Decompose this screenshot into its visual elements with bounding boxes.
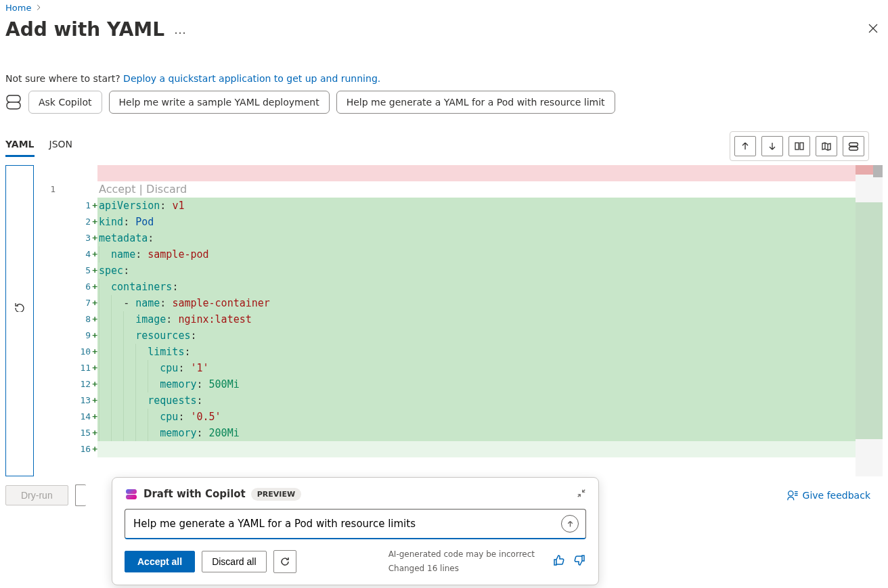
change-summary: Changed 16 lines: [388, 562, 535, 575]
ai-disclaimer: AI-generated code may be incorrect: [388, 547, 535, 561]
svg-point-2: [788, 491, 793, 496]
dry-run-button[interactable]: Dry-run: [5, 485, 68, 505]
thumbs-down-icon[interactable]: [573, 553, 586, 569]
regenerate-button[interactable]: [273, 550, 296, 573]
copilot-card-title: Draft with Copilot: [143, 488, 246, 500]
minimap[interactable]: [856, 165, 883, 476]
svg-rect-1: [800, 143, 803, 150]
give-feedback-link[interactable]: Give feedback: [786, 489, 870, 501]
upload-button[interactable]: [734, 136, 756, 156]
truncated-button[interactable]: [75, 484, 86, 506]
suggestion-2[interactable]: Help me generate a YAML for a Pod with r…: [336, 91, 615, 114]
collapse-icon[interactable]: [577, 489, 586, 500]
accept-all-button[interactable]: Accept all: [125, 551, 195, 572]
code-editor[interactable]: 1Accept | Discard1+apiVersion: v12+kind:…: [34, 165, 856, 476]
give-feedback-label: Give feedback: [803, 490, 870, 501]
svg-rect-0: [795, 143, 799, 150]
copilot-icon: [5, 93, 22, 112]
map-view-button[interactable]: [816, 136, 837, 156]
breadcrumb-home[interactable]: Home: [5, 3, 31, 13]
suggestion-1[interactable]: Help me write a sample YAML deployment: [109, 91, 330, 114]
copilot-draft-card: Draft with Copilot PREVIEW Accept all Di…: [112, 477, 599, 585]
send-button[interactable]: [561, 515, 579, 533]
editor-toolbar: [730, 131, 869, 161]
side-by-side-button[interactable]: [789, 136, 810, 156]
tab-yaml[interactable]: YAML: [5, 136, 35, 157]
copilot-prompt-input[interactable]: [132, 517, 556, 530]
ask-copilot-button[interactable]: Ask Copilot: [28, 91, 102, 114]
help-line: Not sure where to start? Deploy a quicks…: [5, 73, 883, 84]
discard-all-button[interactable]: Discard all: [202, 551, 266, 572]
download-button[interactable]: [761, 136, 783, 156]
thumbs-up-icon[interactable]: [552, 553, 566, 569]
editor-left-gutter: [5, 165, 34, 476]
close-button[interactable]: [864, 18, 883, 41]
breadcrumb: Home: [5, 3, 883, 13]
quickstart-link[interactable]: Deploy a quickstart application to get u…: [123, 73, 380, 84]
more-button[interactable]: …: [174, 22, 187, 37]
page-title: Add with YAML: [5, 18, 164, 41]
preview-badge: PREVIEW: [251, 488, 301, 501]
help-lead: Not sure where to start?: [5, 73, 123, 84]
copilot-logo-icon: [125, 487, 138, 501]
undo-icon[interactable]: [14, 301, 25, 314]
copilot-toolbar-button[interactable]: [843, 136, 864, 156]
chevron-right-icon: [35, 3, 42, 13]
tab-json[interactable]: JSON: [49, 136, 73, 157]
format-tabs: YAML JSON: [5, 136, 72, 157]
